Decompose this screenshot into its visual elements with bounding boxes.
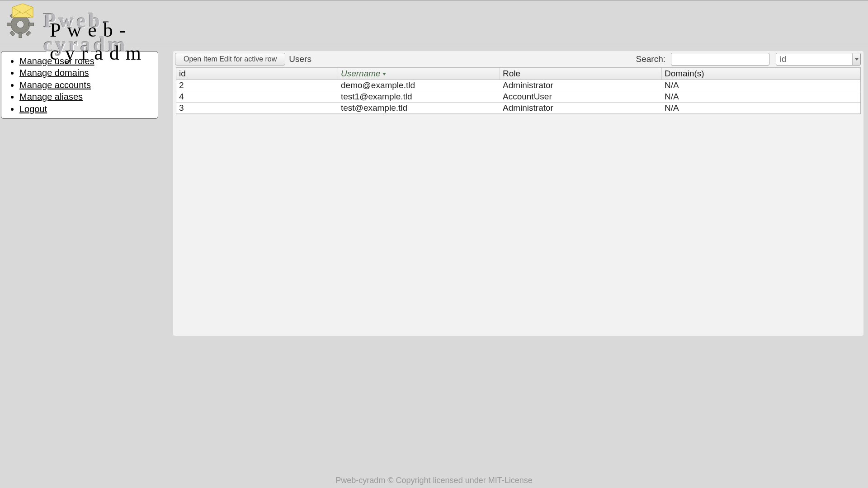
table-row[interactable]: 3 test@example.tld Administrator N/A xyxy=(176,103,860,114)
svg-point-1 xyxy=(17,21,24,28)
svg-rect-5 xyxy=(28,23,33,26)
cell-username: demo@example.tld xyxy=(338,80,500,91)
chevron-down-icon[interactable] xyxy=(852,53,860,65)
column-header-id[interactable]: id xyxy=(176,68,338,80)
cell-username: test@example.tld xyxy=(338,103,500,113)
cell-domains: N/A xyxy=(662,80,860,91)
cell-domains: N/A xyxy=(662,91,860,102)
toolbar: Open Item Edit for active row Users Sear… xyxy=(173,51,863,67)
sidebar-link[interactable]: Manage aliases xyxy=(19,92,83,102)
app-header: Pweb-cyradm Pweb-cyradm xyxy=(0,0,868,45)
cell-id: 2 xyxy=(176,80,338,91)
cell-domains: N/A xyxy=(662,103,860,113)
gear-icon xyxy=(2,5,38,41)
sidebar-link[interactable]: Logout xyxy=(19,104,47,114)
cell-role: AccountUser xyxy=(500,91,662,102)
sidebar-link[interactable]: Manage accounts xyxy=(19,80,91,90)
sidebar-item-accounts[interactable]: Manage accounts xyxy=(19,79,158,91)
sidebar-item-aliases[interactable]: Manage aliases xyxy=(19,91,158,103)
open-item-edit-button[interactable]: Open Item Edit for active row xyxy=(175,53,285,66)
users-table: id Username Role Domain(s) 2 demo@exampl… xyxy=(176,67,861,114)
cell-id: 4 xyxy=(176,91,338,102)
sidebar-item-logout[interactable]: Logout xyxy=(19,103,158,115)
sidebar-link[interactable]: Manage domains xyxy=(19,68,89,78)
table-body: 2 demo@example.tld Administrator N/A 4 t… xyxy=(176,80,860,114)
panel-title: Users xyxy=(289,54,311,64)
app-logo: Pweb-cyradm Pweb-cyradm xyxy=(2,0,38,45)
table-row[interactable]: 4 test1@example.tld AccountUser N/A xyxy=(176,91,860,103)
table-header: id Username Role Domain(s) xyxy=(176,68,860,80)
cell-username: test1@example.tld xyxy=(338,91,500,102)
search-label: Search: xyxy=(636,54,665,64)
cell-id: 3 xyxy=(176,103,338,113)
footer-text: Pweb-cyradm © Copyright licensed under M… xyxy=(335,476,532,485)
envelope-icon xyxy=(11,4,34,20)
search-column-value: id xyxy=(776,53,852,65)
sort-asc-icon xyxy=(382,73,386,75)
table-row[interactable]: 2 demo@example.tld Administrator N/A xyxy=(176,80,860,91)
footer: Pweb-cyradm © Copyright licensed under M… xyxy=(0,474,868,488)
column-header-username[interactable]: Username xyxy=(338,68,500,80)
search-input[interactable] xyxy=(671,53,769,66)
page-title: Pweb-cyradm xyxy=(50,19,147,65)
column-header-domains[interactable]: Domain(s) xyxy=(662,68,860,80)
column-header-role[interactable]: Role xyxy=(500,68,662,80)
sidebar-item-domains[interactable]: Manage domains xyxy=(19,67,158,79)
svg-rect-3 xyxy=(19,33,22,38)
svg-rect-4 xyxy=(7,23,12,26)
content-panel: Open Item Edit for active row Users Sear… xyxy=(173,51,863,336)
cell-role: Administrator xyxy=(500,80,662,91)
search-column-select[interactable]: id xyxy=(776,53,861,66)
cell-role: Administrator xyxy=(500,103,662,113)
